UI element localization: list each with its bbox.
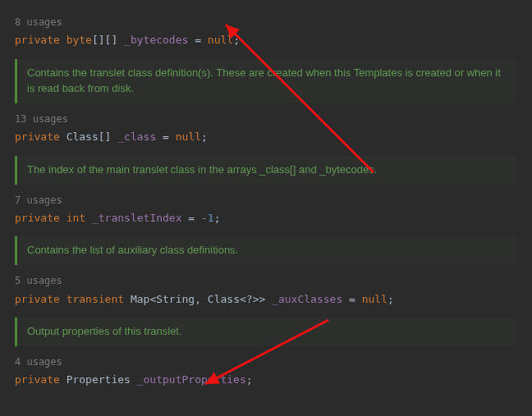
code-token: private	[15, 293, 66, 305]
code-token: []	[99, 130, 117, 143]
code-token: ;	[246, 373, 253, 386]
code-token: _bytecodes	[124, 34, 188, 46]
code-token: private	[15, 212, 66, 224]
code-token: ;	[233, 34, 240, 46]
usages-hint[interactable]: 7 usages	[15, 193, 532, 208]
usages-hint[interactable]: 8 usages	[15, 15, 532, 30]
code-token: null	[208, 34, 233, 46]
javadoc-comment: Contains the translet class definition(s…	[15, 59, 516, 103]
code-token: =	[342, 293, 361, 305]
javadoc-comment: Contains the list of auxiliary class def…	[15, 236, 516, 265]
code-token: _auxClasses	[272, 293, 342, 305]
field-declaration[interactable]: private transient Map<String, Class<?>> …	[15, 291, 532, 309]
usages-hint[interactable]: 4 usages	[15, 354, 532, 370]
code-token: private	[15, 373, 66, 386]
code-token: [][]	[92, 34, 124, 46]
code-token: Class	[208, 293, 240, 305]
code-token: ,	[195, 293, 208, 305]
code-token: null	[176, 130, 201, 143]
code-token: ;	[214, 212, 221, 224]
code-token: =	[182, 212, 201, 224]
code-token: String	[156, 293, 195, 305]
javadoc-comment: Output properties of this translet.	[15, 318, 516, 346]
code-token: Properties	[66, 373, 137, 386]
code-token: ;	[201, 130, 208, 143]
field-declaration[interactable]: private int _transletIndex = -1;	[15, 210, 532, 227]
usages-hint[interactable]: 13 usages	[15, 112, 532, 127]
code-token: transient	[66, 293, 131, 305]
code-token: Map	[131, 293, 149, 305]
field-declaration[interactable]: private byte[][] _bytecodes = null;	[15, 32, 532, 49]
code-token: _outputProperties	[137, 373, 246, 386]
code-token: =	[188, 34, 207, 46]
field-declaration[interactable]: private Class[] _class = null;	[15, 129, 532, 146]
code-token: ;	[388, 293, 394, 305]
usages-hint[interactable]: 5 usages	[15, 273, 532, 289]
code-token: _transletIndex	[92, 212, 182, 224]
code-token: _class	[117, 130, 156, 143]
code-token: private	[15, 130, 66, 143]
code-token: =	[156, 130, 175, 143]
code-token: private	[15, 34, 66, 46]
code-token: Class	[66, 130, 99, 143]
field-declaration[interactable]: private Properties _outputProperties;	[15, 372, 532, 389]
code-token: null	[362, 293, 388, 305]
code-token: byte	[66, 34, 92, 46]
code-token: <?>>	[240, 293, 272, 305]
code-token: int	[66, 212, 92, 224]
javadoc-comment: The index of the main translet class in …	[15, 156, 516, 185]
code-token: -1	[201, 212, 214, 224]
